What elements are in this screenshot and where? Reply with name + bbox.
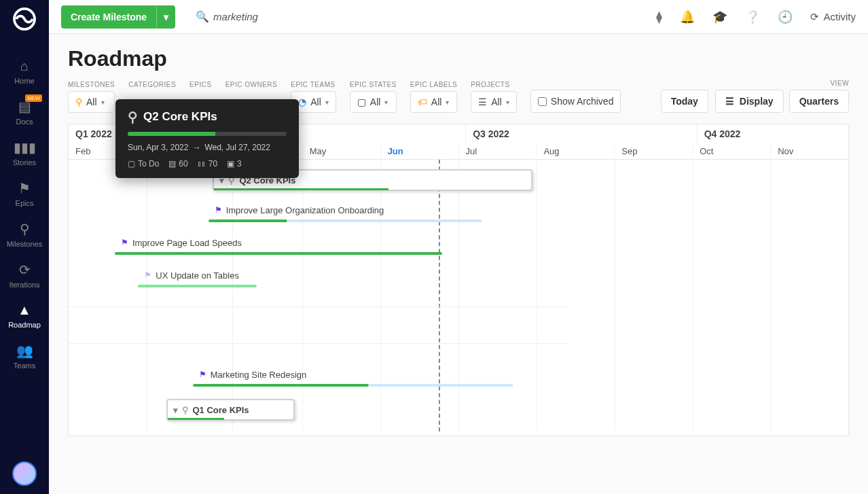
quarters-button[interactable]: Quarters	[789, 90, 849, 113]
home-icon: ⌂	[20, 58, 29, 74]
month-cell-current: Jun	[381, 143, 459, 159]
filter-label-epiclabels: EPIC LABELS	[410, 81, 457, 88]
bars-icon: ⫾⫾	[198, 159, 206, 169]
filter-projects[interactable]: ☰All▾	[471, 91, 517, 113]
sliders-icon: ☰	[725, 96, 734, 107]
create-milestone-button[interactable]: Create Milestone ▾	[61, 5, 175, 29]
new-badge: NEW	[25, 94, 42, 102]
month-cell: Nov	[771, 143, 848, 159]
quarter-cell: Q3 2022	[466, 124, 698, 143]
nav-label: Milestones	[7, 240, 43, 248]
bar-label: Improve Page Load Speeds	[132, 238, 242, 248]
graduation-icon[interactable]: 🎓	[712, 10, 727, 24]
tooltip-stat2: 70	[209, 159, 217, 169]
count-icon: ▤	[168, 159, 176, 169]
chevron-down-icon: ▾	[101, 99, 105, 106]
timeline-body[interactable]: ▾ ⚲ Q2 Core KPIs ⚑ Improve Large Organiz…	[69, 160, 848, 431]
bar-label: UX Update on Tables	[156, 270, 239, 281]
nav-label: Home	[14, 77, 34, 85]
nav-label: Docs	[16, 118, 33, 126]
flag-icon: ⚑	[199, 370, 206, 379]
doc-icon: ▣	[227, 159, 234, 169]
display-button[interactable]: ☰Display	[715, 90, 784, 113]
archived-label: Show Archived	[551, 96, 614, 107]
filter-label-states: EPIC STATES	[350, 81, 397, 88]
nav-home[interactable]: ⌂ Home	[0, 52, 49, 92]
tooltip-stat1: 60	[179, 159, 187, 169]
today-button[interactable]: Today	[661, 90, 708, 113]
topbar: Create Milestone ▾ 🔍 ⧫ 🔔 🎓 ❔ 🕘 ⟳ Activit…	[49, 0, 868, 34]
nav-label: Roadmap	[8, 321, 41, 329]
filter-epic-labels[interactable]: 🏷All▾	[410, 91, 457, 113]
bolt-icon[interactable]: ⧫	[656, 10, 662, 24]
create-caret-icon[interactable]: ▾	[156, 5, 175, 29]
month-cell: Aug	[537, 143, 615, 159]
chevron-down-icon: ▾	[446, 99, 449, 106]
bar-pageload[interactable]: ⚑ Improve Page Load Speeds	[115, 232, 443, 253]
clock-icon[interactable]: 🕘	[778, 10, 793, 24]
filter-label-epics: EPICS	[189, 81, 212, 88]
month-cell: Jul	[459, 143, 537, 159]
stories-icon: ▮▮▮	[14, 139, 36, 156]
nav-iterations[interactable]: ⟳ Iterations	[0, 255, 49, 296]
bar-q1-core-kpis[interactable]: ▾ ⚲ Q1 Core KPIs	[166, 399, 295, 421]
nav-docs[interactable]: NEW ▤ Docs	[0, 92, 49, 133]
nav-label: Stories	[13, 158, 36, 166]
tooltip-stat3: 3	[237, 159, 242, 169]
search-input[interactable]	[213, 11, 349, 22]
bar-label: Q1 Core KPIs	[193, 405, 249, 415]
sidebar: ⌂ Home NEW ▤ Docs ▮▮▮ Stories ⚑ Epics ⚲ …	[0, 0, 49, 494]
bar-label: Marketing Site Redesign	[211, 370, 307, 380]
filter-label-view: VIEW	[715, 80, 849, 87]
nav-label: Teams	[14, 361, 35, 370]
app-logo-icon	[12, 7, 37, 31]
iterations-icon: ⟳	[19, 262, 31, 278]
filter-label-teams: EPIC TEAMS	[291, 81, 336, 88]
user-avatar[interactable]	[12, 461, 37, 486]
nav-teams[interactable]: 👥 Teams	[0, 336, 49, 376]
filter-label-owners: EPIC OWNERS	[225, 81, 278, 88]
milestone-pin-icon: ⚲	[182, 405, 189, 415]
nav-roadmap[interactable]: ▲ Roadmap	[0, 296, 49, 336]
epics-icon: ⚑	[18, 180, 31, 196]
nav-stories[interactable]: ▮▮▮ Stories	[0, 133, 49, 173]
chevron-down-icon: ▾	[325, 99, 329, 106]
bell-icon[interactable]: 🔔	[680, 10, 695, 24]
show-archived-checkbox[interactable]: Show Archived	[530, 90, 621, 113]
activity-icon: ⟳	[810, 11, 819, 23]
nav-label: Iterations	[9, 281, 39, 289]
search-wrap: 🔍	[196, 10, 349, 23]
filter-label-categories: CATEGORIES	[128, 81, 176, 88]
activity-label: Activity	[823, 11, 856, 22]
filter-label-milestones: MILESTONES	[68, 81, 115, 88]
tooltip-q2-kpis: ⚲ Q2 Core KPIs Sun, Apr 3, 2022 → Wed, J…	[115, 99, 299, 178]
create-label: Create Milestone	[61, 5, 156, 29]
milestones-icon: ⚲	[20, 221, 30, 237]
teams-icon: 👥	[16, 342, 33, 359]
search-icon: 🔍	[196, 10, 209, 23]
chevron-down-icon: ▾	[506, 99, 509, 106]
filter-epic-states[interactable]: ▢All▾	[350, 91, 397, 113]
month-cell: Sep	[615, 143, 693, 159]
chevron-down-icon: ▾	[384, 99, 388, 106]
pin-icon: ⚲	[128, 109, 138, 125]
tooltip-start: Sun, Apr 3, 2022	[128, 143, 188, 152]
bar-marketing[interactable]: ⚑ Marketing Site Redesign	[194, 364, 513, 385]
bar-label: Improve Large Organization Onboarding	[226, 205, 384, 215]
archived-checkbox-input[interactable]	[538, 97, 547, 106]
month-cell: Oct	[693, 143, 771, 159]
nav-milestones[interactable]: ⚲ Milestones	[0, 214, 49, 255]
nav-epics[interactable]: ⚑ Epics	[0, 173, 49, 214]
nav-label: Epics	[16, 199, 34, 207]
caret-down-icon[interactable]: ▾	[173, 405, 178, 415]
roadmap-icon: ▲	[18, 302, 31, 318]
arrow-right-icon: →	[192, 143, 200, 152]
filter-milestones[interactable]: ⚲All▾	[68, 91, 115, 113]
tooltip-end: Wed, Jul 27, 2022	[204, 143, 270, 152]
bar-onboarding[interactable]: ⚑ Improve Large Organization Onboarding	[209, 199, 482, 221]
flag-icon: ⚑	[144, 270, 151, 280]
activity-link[interactable]: ⟳ Activity	[810, 11, 856, 23]
tooltip-progress	[128, 132, 287, 136]
bar-ux-tables[interactable]: ⚑ UX Update on Tables	[139, 264, 450, 286]
help-icon[interactable]: ❔	[745, 10, 760, 24]
